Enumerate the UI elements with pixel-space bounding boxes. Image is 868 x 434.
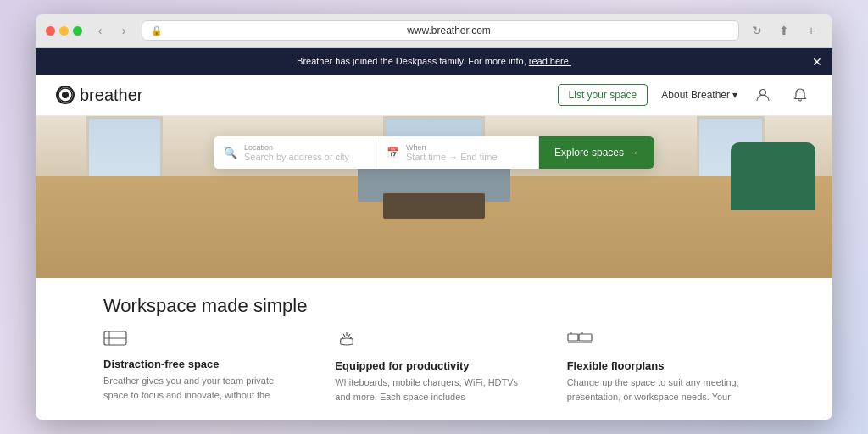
feature-title-0: Distraction-free space	[103, 358, 301, 370]
reload-button[interactable]: ↻	[746, 20, 768, 41]
hero-section: 🔍 Location Search by address or city 📅 W…	[36, 116, 832, 278]
new-tab-button[interactable]: +	[800, 20, 822, 41]
browser-window: ‹ › 🔒 www.breather.com ↻ ⬆ + Breather ha…	[36, 14, 832, 420]
feature-item-1: Equipped for productivity Whiteboards, m…	[335, 331, 532, 403]
minimize-button[interactable]	[59, 26, 69, 36]
forward-button[interactable]: ›	[113, 20, 135, 41]
distraction-free-icon	[103, 331, 301, 353]
svg-rect-7	[579, 334, 592, 341]
feature-desc-0: Breather gives you and your team private…	[103, 374, 301, 402]
productivity-icon	[335, 331, 532, 354]
search-icon: 🔍	[224, 147, 237, 159]
site-header: breather List your space About Breather …	[36, 75, 832, 116]
content-section: Workspace made simple Distraction-free s…	[36, 278, 832, 420]
location-field[interactable]: 🔍 Location Search by address or city	[214, 136, 376, 169]
feature-item-2: Flexible floorplans Change up the space …	[567, 331, 765, 403]
location-input[interactable]: Search by address or city	[244, 152, 349, 162]
announcement-banner: Breather has joined the Deskpass family.…	[36, 48, 832, 75]
explore-arrow-icon: →	[629, 147, 639, 159]
announcement-link[interactable]: read here.	[529, 56, 571, 66]
maximize-button[interactable]	[73, 26, 82, 36]
when-input[interactable]: Start time → End time	[406, 152, 498, 162]
header-nav: List your space About Breather ▾	[558, 83, 812, 107]
nav-buttons: ‹ ›	[89, 20, 135, 41]
logo-text: breather	[80, 86, 143, 105]
svg-point-1	[62, 92, 69, 98]
chevron-down-icon: ▾	[732, 89, 737, 101]
close-button[interactable]	[46, 26, 55, 36]
hero-image: 🔍 Location Search by address or city 📅 W…	[36, 116, 832, 278]
section-title: Workspace made simple	[103, 295, 765, 317]
explore-label: Explore spaces	[554, 147, 624, 159]
about-button[interactable]: About Breather ▾	[661, 89, 737, 101]
when-label: When	[406, 143, 498, 152]
browser-chrome: ‹ › 🔒 www.breather.com ↻ ⬆ +	[36, 14, 832, 48]
location-label: Location	[244, 143, 349, 152]
feature-item-0: Distraction-free space Breather gives yo…	[103, 331, 301, 403]
back-button[interactable]: ‹	[89, 20, 111, 41]
share-button[interactable]: ⬆	[773, 20, 795, 41]
user-icon-button[interactable]	[751, 83, 775, 107]
about-label: About Breather	[661, 89, 730, 101]
traffic-lights	[46, 26, 82, 36]
floorplan-icon	[567, 331, 765, 354]
features-grid: Distraction-free space Breather gives yo…	[103, 331, 765, 403]
armchair-right	[731, 142, 815, 210]
feature-title-2: Flexible floorplans	[567, 359, 765, 372]
notification-icon-button[interactable]	[788, 83, 812, 107]
website: Breather has joined the Deskpass family.…	[36, 48, 832, 420]
feature-desc-2: Change up the space to suit any meeting,…	[567, 376, 765, 403]
feature-desc-1: Whiteboards, mobile chargers, WiFi, HDTV…	[335, 376, 532, 403]
coffee-table	[383, 193, 485, 219]
calendar-icon: 📅	[387, 147, 399, 159]
banner-close-button[interactable]: ✕	[812, 55, 822, 69]
feature-title-1: Equipped for productivity	[335, 359, 532, 372]
logo-icon	[56, 86, 75, 104]
address-bar[interactable]: 🔒 www.breather.com	[142, 20, 739, 41]
lock-icon: 🔒	[151, 25, 163, 36]
browser-actions: ↻ ⬆ +	[746, 20, 822, 41]
announcement-text: Breather has joined the Deskpass family.…	[297, 56, 526, 66]
explore-button[interactable]: Explore spaces →	[539, 136, 654, 169]
list-space-button[interactable]: List your space	[558, 84, 648, 106]
logo: breather	[56, 86, 143, 105]
svg-rect-6	[568, 334, 578, 341]
address-text: www.breather.com	[168, 25, 730, 36]
when-field[interactable]: 📅 When Start time → End time	[376, 136, 539, 169]
search-overlay: 🔍 Location Search by address or city 📅 W…	[214, 136, 654, 169]
